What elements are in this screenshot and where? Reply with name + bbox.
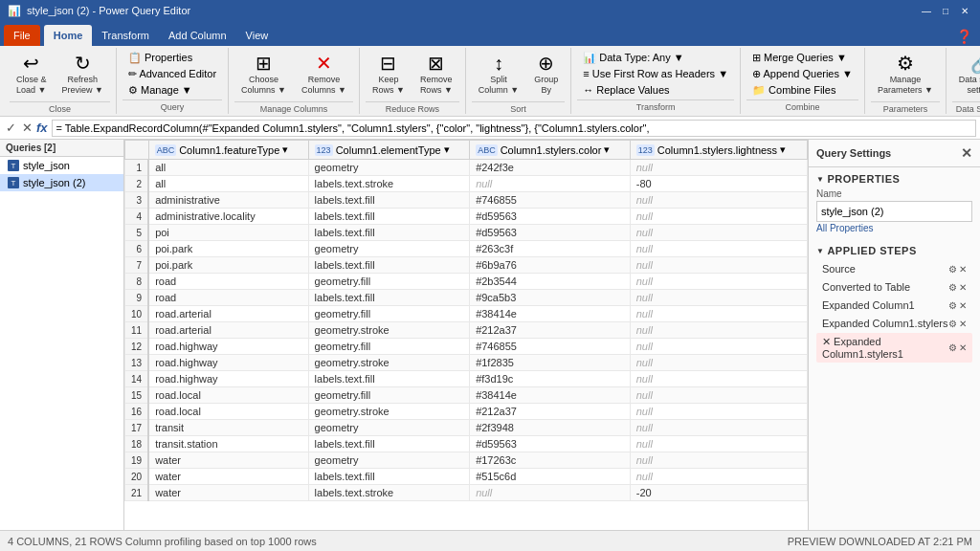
manage-button[interactable]: ⚙ Manage ▼ bbox=[122, 82, 222, 98]
append-queries-button[interactable]: ⊕ Append Queries ▼ bbox=[746, 66, 858, 81]
close-button[interactable]: ✕ bbox=[957, 4, 972, 17]
table-row[interactable]: 5poilabels.text.fill#d59563null bbox=[125, 225, 808, 241]
remove-rows-button[interactable]: ⊠ RemoveRows ▼ bbox=[413, 50, 459, 99]
step-settings-button[interactable]: ⚙ bbox=[948, 300, 957, 311]
step-delete-button[interactable]: ✕ bbox=[959, 319, 967, 329]
tab-add-column[interactable]: Add Column bbox=[159, 25, 236, 46]
sort-group-label: Sort bbox=[472, 101, 565, 114]
checkmark-button[interactable]: ✓ bbox=[4, 121, 18, 135]
maximize-button[interactable]: □ bbox=[938, 4, 953, 17]
cell-elementType: geometry bbox=[308, 160, 470, 176]
refresh-preview-button[interactable]: ↻ RefreshPreview ▼ bbox=[56, 50, 110, 99]
table-row[interactable]: 21waterlabels.text.strokenull-20 bbox=[125, 485, 808, 501]
merge-queries-button[interactable]: ⊞ Merge Queries ▼ bbox=[746, 50, 858, 65]
table-row[interactable]: 20waterlabels.text.fill#515c6dnull bbox=[125, 469, 808, 485]
tab-transform[interactable]: Transform bbox=[92, 25, 159, 46]
table-row[interactable]: 12road.highwaygeometry.fill#746855null bbox=[125, 339, 808, 355]
minimize-button[interactable]: — bbox=[919, 4, 934, 17]
table-row[interactable]: 16road.localgeometry.stroke#212a37null bbox=[125, 404, 808, 420]
advanced-editor-button[interactable]: ✏ Advanced Editor bbox=[122, 66, 222, 81]
step-delete-button[interactable]: ✕ bbox=[959, 342, 967, 353]
step-delete-button[interactable]: ✕ bbox=[959, 264, 967, 275]
col-stylers-lightness-header[interactable]: 123 Column1.stylers.lightness ▾ bbox=[630, 141, 807, 160]
choose-columns-button[interactable]: ⊞ ChooseColumns ▼ bbox=[234, 50, 293, 99]
table-row[interactable]: 14road.highwaylabels.text.fill#f3d19cnul… bbox=[125, 371, 808, 387]
close-load-label: Close &Load ▼ bbox=[16, 75, 47, 96]
col-stylers-color-header[interactable]: ABC Column1.stylers.color ▾ bbox=[470, 141, 631, 160]
step-item[interactable]: Converted to Table⚙✕ bbox=[816, 278, 972, 296]
cell-elementType: geometry.stroke bbox=[308, 322, 470, 339]
col-stylers-color-label: Column1.stylers.color bbox=[501, 144, 602, 156]
step-item[interactable]: ✕ Expanded Column1.stylers1⚙✕ bbox=[816, 333, 972, 363]
null-value: null bbox=[636, 357, 653, 368]
data-source-settings-button[interactable]: 🔗 Data sourcesettings bbox=[952, 50, 980, 99]
null-value: null bbox=[476, 487, 492, 498]
step-name: Expanded Column1.stylers bbox=[822, 318, 947, 329]
table-row[interactable]: 7poi.parklabels.text.fill#6b9a76null bbox=[125, 257, 808, 274]
cell-color: #263c3f bbox=[470, 241, 631, 257]
col-element-type-header[interactable]: 123 Column1.elementType ▾ bbox=[308, 141, 470, 160]
cell-elementType: labels.text.fill bbox=[308, 371, 470, 387]
data-type-button[interactable]: 📊 Data Type: Any ▼ bbox=[577, 50, 734, 65]
split-column-button[interactable]: ↕ SplitColumn ▼ bbox=[472, 50, 525, 99]
col-element-type-dropdown[interactable]: ▾ bbox=[444, 143, 450, 156]
replace-values-button[interactable]: ↔ Replace Values bbox=[577, 82, 734, 98]
table-row[interactable]: 1allgeometry#242f3enull bbox=[125, 160, 808, 176]
cell-color: #d59563 bbox=[470, 209, 631, 225]
table-row[interactable]: 4administrative.localitylabels.text.fill… bbox=[125, 209, 808, 225]
table-row[interactable]: 13road.highwaygeometry.stroke#1f2835null bbox=[125, 355, 808, 371]
step-settings-button[interactable]: ⚙ bbox=[948, 342, 957, 353]
col-feature-type-dropdown[interactable]: ▾ bbox=[282, 143, 288, 156]
table-row[interactable]: 18transit.stationlabels.text.fill#d59563… bbox=[125, 436, 808, 452]
status-left: 4 COLUMNS, 21 ROWS Column profiling base… bbox=[8, 536, 317, 547]
table-row[interactable]: 15road.localgeometry.fill#38414enull bbox=[125, 387, 808, 404]
table-row[interactable]: 6poi.parkgeometry#263c3fnull bbox=[125, 241, 808, 257]
step-delete-button[interactable]: ✕ bbox=[959, 300, 967, 311]
col-stylers-color-dropdown[interactable]: ▾ bbox=[604, 143, 610, 156]
step-settings-button[interactable]: ⚙ bbox=[948, 264, 957, 275]
query-item-style-json-2[interactable]: T style_json (2) bbox=[0, 174, 123, 191]
settings-close-button[interactable]: ✕ bbox=[961, 145, 972, 161]
fx-label: fx bbox=[36, 121, 48, 135]
properties-button[interactable]: 📋 Properties bbox=[122, 50, 222, 65]
step-item[interactable]: Source⚙✕ bbox=[816, 260, 972, 277]
table-row[interactable]: 8roadgeometry.fill#2b3544null bbox=[125, 274, 808, 290]
keep-rows-button[interactable]: ⊟ KeepRows ▼ bbox=[366, 50, 412, 99]
remove-columns-button[interactable]: ✕ RemoveColumns ▼ bbox=[295, 50, 353, 99]
table-row[interactable]: 19watergeometry#17263cnull bbox=[125, 452, 808, 469]
formula-input[interactable] bbox=[52, 120, 976, 137]
tab-view[interactable]: View bbox=[236, 25, 278, 46]
step-item[interactable]: Expanded Column1.stylers⚙✕ bbox=[816, 315, 972, 332]
table-row[interactable]: 11road.arterialgeometry.stroke#212a37nul… bbox=[125, 322, 808, 339]
close-load-button[interactable]: ↩ Close &Load ▼ bbox=[10, 50, 54, 99]
step-settings-button[interactable]: ⚙ bbox=[948, 282, 957, 293]
use-first-row-button[interactable]: ≡ Use First Row as Headers ▼ bbox=[577, 66, 734, 81]
help-icon[interactable]: ❓ bbox=[952, 27, 976, 46]
cancel-formula-button[interactable]: ✕ bbox=[20, 121, 34, 135]
table-row[interactable]: 17transitgeometry#2f3948null bbox=[125, 420, 808, 436]
combine-files-button[interactable]: 📁 Combine Files bbox=[746, 82, 858, 98]
transform-stack: 📊 Data Type: Any ▼ ≡ Use First Row as He… bbox=[577, 50, 734, 98]
cell-lightness: null bbox=[630, 322, 807, 339]
col-stylers-lightness-dropdown[interactable]: ▾ bbox=[780, 143, 786, 156]
table-row[interactable]: 3administrativelabels.text.fill#746855nu… bbox=[125, 192, 808, 209]
query-item-style-json[interactable]: T style_json bbox=[0, 157, 123, 174]
step-item[interactable]: Expanded Column1⚙✕ bbox=[816, 297, 972, 314]
tab-home[interactable]: Home bbox=[44, 25, 93, 46]
manage-parameters-button[interactable]: ⚙ ManageParameters ▼ bbox=[871, 50, 940, 99]
cell-color: #17263c bbox=[470, 452, 631, 469]
cell-lightness: null bbox=[630, 225, 807, 241]
step-settings-button[interactable]: ⚙ bbox=[948, 319, 957, 329]
cell-featureType: road bbox=[148, 290, 308, 306]
cell-lightness: null bbox=[630, 274, 807, 290]
all-properties-link[interactable]: All Properties bbox=[816, 223, 873, 233]
table-row[interactable]: 10road.arterialgeometry.fill#38414enull bbox=[125, 306, 808, 322]
step-delete-button[interactable]: ✕ bbox=[959, 282, 967, 293]
group-by-button[interactable]: ⊕ GroupBy bbox=[527, 50, 565, 99]
col-feature-type-header[interactable]: ABC Column1.featureType ▾ bbox=[148, 141, 308, 160]
table-row[interactable]: 9roadlabels.text.fill#9ca5b3null bbox=[125, 290, 808, 306]
name-input[interactable] bbox=[816, 201, 972, 222]
tab-file[interactable]: File bbox=[4, 25, 40, 46]
table-row[interactable]: 2alllabels.text.strokenull-80 bbox=[125, 176, 808, 192]
row-number: 6 bbox=[125, 241, 149, 257]
